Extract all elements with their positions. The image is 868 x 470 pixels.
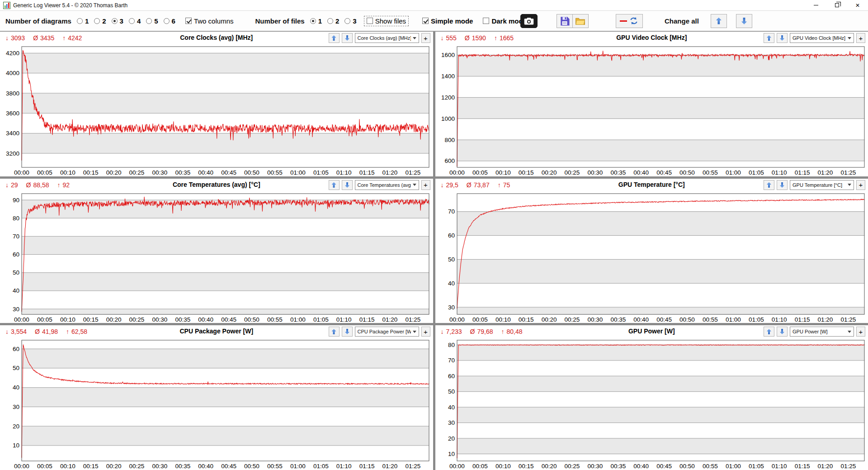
svg-text:01:20: 01:20 bbox=[382, 169, 398, 176]
svg-text:01:10: 01:10 bbox=[336, 169, 352, 176]
metric-dropdown[interactable]: GPU Power [W] bbox=[790, 327, 854, 337]
svg-text:00:50: 00:50 bbox=[244, 169, 259, 176]
add-metric-button[interactable]: + bbox=[856, 33, 865, 43]
up-arrow-icon bbox=[332, 35, 336, 41]
svg-text:00:25: 00:25 bbox=[129, 169, 145, 176]
add-metric-button[interactable]: + bbox=[421, 33, 430, 43]
chart-down-button[interactable] bbox=[342, 33, 353, 43]
diagrams-radio-6[interactable]: 6 bbox=[164, 17, 175, 25]
svg-text:40: 40 bbox=[448, 280, 454, 286]
change-all-down-button[interactable] bbox=[736, 14, 752, 28]
chart-up-button[interactable] bbox=[764, 180, 774, 190]
svg-text:00:30: 00:30 bbox=[587, 463, 603, 470]
maximize-button[interactable] bbox=[826, 0, 847, 10]
radio-icon bbox=[77, 18, 83, 24]
add-metric-button[interactable]: + bbox=[856, 180, 865, 190]
chart-controls: GPU Temperature [°C] + bbox=[764, 180, 865, 190]
diagrams-radio-2[interactable]: 2 bbox=[94, 17, 106, 25]
files-radio-3[interactable]: 3 bbox=[344, 17, 356, 25]
simple-mode-checkbox[interactable]: Simple mode bbox=[422, 17, 473, 25]
svg-text:00:15: 00:15 bbox=[83, 169, 99, 176]
svg-text:00:30: 00:30 bbox=[587, 169, 603, 176]
diagrams-radio-3[interactable]: 3 bbox=[112, 17, 123, 25]
chart-header: ↓3093 Ø3435 ↑4242 Core Clocks (avg) [MHz… bbox=[0, 32, 433, 44]
svg-text:00:10: 00:10 bbox=[495, 169, 510, 176]
metric-dropdown[interactable]: Core Clocks (avg) [MHz] bbox=[355, 33, 419, 43]
svg-text:00:10: 00:10 bbox=[495, 463, 510, 470]
chart-down-button[interactable] bbox=[342, 327, 353, 337]
files-radio-2[interactable]: 2 bbox=[327, 17, 339, 25]
charts-grid: ↓3093 Ø3435 ↑4242 Core Clocks (avg) [MHz… bbox=[0, 32, 868, 470]
chart-panel-cpu-package-power: ↓3,554 Ø41,98 ↑62,58 CPU Package Power [… bbox=[0, 325, 433, 470]
metric-dropdown[interactable]: GPU Temperature [°C] bbox=[790, 180, 854, 190]
diagrams-radio-1[interactable]: 1 bbox=[77, 17, 89, 25]
diagrams-radio-5[interactable]: 5 bbox=[146, 17, 158, 25]
close-button[interactable]: ✕ bbox=[847, 0, 868, 10]
diagrams-count-label: Number of diagrams bbox=[5, 17, 71, 25]
chart-down-button[interactable] bbox=[342, 180, 353, 190]
svg-text:800: 800 bbox=[444, 137, 455, 143]
svg-text:3600: 3600 bbox=[6, 110, 19, 117]
chart-svg: 600800100012001400160000:0000:0500:1000:… bbox=[435, 44, 868, 176]
add-metric-button[interactable]: + bbox=[421, 180, 430, 190]
minimize-button[interactable] bbox=[806, 0, 826, 10]
chart-up-button[interactable] bbox=[329, 33, 340, 43]
svg-text:3400: 3400 bbox=[6, 130, 19, 137]
svg-text:01:00: 01:00 bbox=[725, 463, 741, 470]
up-arrow-icon bbox=[767, 182, 771, 188]
svg-text:01:05: 01:05 bbox=[748, 169, 764, 176]
diagrams-radio-4[interactable]: 4 bbox=[129, 17, 141, 25]
screenshot-button[interactable] bbox=[520, 14, 538, 28]
open-button[interactable] bbox=[572, 14, 589, 28]
svg-text:00:00: 00:00 bbox=[14, 463, 29, 470]
change-all-up-button[interactable] bbox=[711, 14, 727, 28]
svg-text:01:05: 01:05 bbox=[313, 316, 329, 323]
add-metric-button[interactable]: + bbox=[421, 327, 430, 337]
svg-text:00:35: 00:35 bbox=[175, 316, 190, 323]
svg-text:00:40: 00:40 bbox=[198, 463, 213, 470]
chart-up-button[interactable] bbox=[764, 33, 774, 43]
svg-text:00:15: 00:15 bbox=[83, 463, 99, 470]
chart-up-button[interactable] bbox=[329, 180, 340, 190]
chart-up-button[interactable] bbox=[764, 327, 774, 337]
svg-text:1400: 1400 bbox=[441, 73, 454, 80]
files-radio-1[interactable]: 1 bbox=[310, 17, 322, 25]
metric-dropdown[interactable]: Core Temperatures (avg) bbox=[355, 180, 419, 190]
chart-header: ↓29 Ø88,58 ↑92 Core Temperatures (avg) [… bbox=[0, 179, 433, 191]
app-icon bbox=[3, 2, 10, 9]
chart-down-button[interactable] bbox=[777, 33, 788, 43]
svg-text:20: 20 bbox=[13, 423, 19, 430]
svg-text:00:50: 00:50 bbox=[679, 169, 695, 176]
svg-text:01:25: 01:25 bbox=[406, 316, 421, 323]
svg-text:00:50: 00:50 bbox=[679, 463, 695, 470]
chart-header: ↓7,233 Ø79,68 ↑80,48 GPU Power [W] GPU P… bbox=[435, 325, 868, 338]
files-count-label: Number of files bbox=[255, 17, 304, 25]
metric-dropdown[interactable]: CPU Package Power [W] bbox=[355, 327, 419, 337]
chevron-down-icon bbox=[413, 184, 416, 186]
chevron-down-icon bbox=[413, 331, 416, 333]
up-arrow-icon bbox=[716, 18, 722, 24]
two-columns-checkbox[interactable]: Two columns bbox=[185, 17, 234, 25]
restore-icon bbox=[835, 3, 839, 7]
svg-text:1200: 1200 bbox=[441, 94, 454, 101]
show-files-checkbox[interactable]: Show files bbox=[364, 16, 409, 26]
svg-text:00:50: 00:50 bbox=[244, 316, 259, 323]
svg-text:01:20: 01:20 bbox=[382, 463, 398, 470]
save-button[interactable] bbox=[557, 14, 573, 28]
down-arrow-icon bbox=[741, 18, 747, 24]
add-metric-button[interactable]: + bbox=[856, 327, 865, 337]
line-style-button[interactable] bbox=[616, 14, 643, 28]
chart-canvas: 10203040506000:0000:0500:1000:1500:2000:… bbox=[0, 338, 433, 470]
chart-up-button[interactable] bbox=[329, 327, 340, 337]
chart-down-button[interactable] bbox=[777, 327, 788, 337]
svg-text:00:55: 00:55 bbox=[703, 463, 718, 470]
svg-text:60: 60 bbox=[13, 346, 19, 352]
svg-text:00:20: 00:20 bbox=[106, 169, 122, 176]
chart-down-button[interactable] bbox=[777, 180, 788, 190]
metric-dropdown[interactable]: GPU Video Clock [MHz] bbox=[790, 33, 854, 43]
down-arrow-icon bbox=[780, 329, 784, 334]
svg-text:00:45: 00:45 bbox=[656, 463, 672, 470]
svg-text:70: 70 bbox=[448, 357, 454, 364]
up-arrow-icon bbox=[332, 182, 336, 188]
svg-text:00:30: 00:30 bbox=[587, 316, 603, 323]
